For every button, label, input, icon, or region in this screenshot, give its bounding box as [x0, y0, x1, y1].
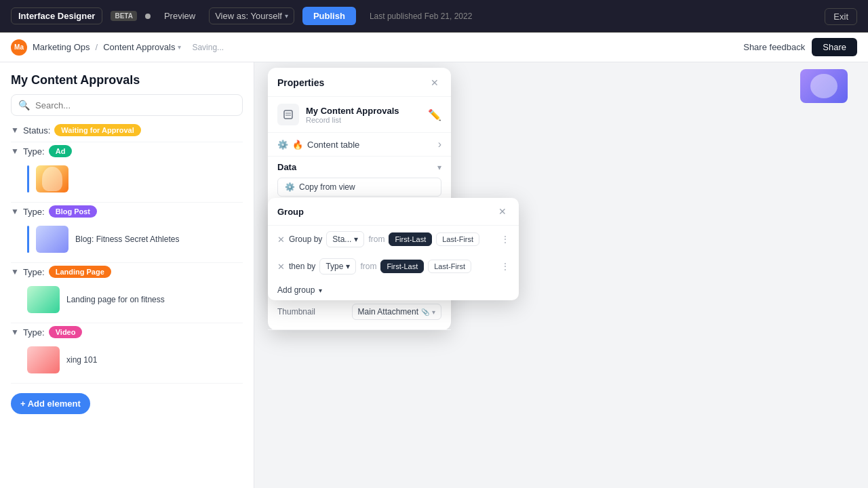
- thumbnail-value-select[interactable]: Main Attachment 📎 ▾: [352, 304, 441, 320]
- sidebar-title: My Content Approvals: [0, 62, 254, 94]
- status-dot: [145, 14, 151, 19]
- filter-section: ▼ Status: Waiting for Approval ▼ Type: A…: [0, 124, 254, 384]
- add-element-button[interactable]: + Add element: [11, 393, 90, 414]
- exit-button[interactable]: Exit: [825, 8, 857, 25]
- group-close-icon[interactable]: ✕: [496, 205, 509, 218]
- share-button[interactable]: Share: [812, 38, 857, 56]
- group-by-label: Group by: [289, 235, 322, 244]
- search-box[interactable]: 🔍: [11, 94, 243, 116]
- type-chevron-icon[interactable]: ▼: [11, 327, 19, 337]
- app-title: Interface Designer: [11, 7, 102, 24]
- from-label-1: from: [368, 235, 384, 244]
- left-accent: [27, 165, 29, 192]
- dots-menu-icon[interactable]: ⋮: [501, 235, 509, 244]
- type-ad-section: ▼ Type: Ad: [11, 145, 243, 203]
- type-badge-ad: Ad: [49, 145, 73, 157]
- list-item[interactable]: xing 101: [27, 342, 243, 378]
- last-first-sort-button-2[interactable]: Last-First: [428, 260, 471, 273]
- search-input[interactable]: [35, 100, 235, 110]
- data-section-header[interactable]: Data ▾: [277, 162, 441, 172]
- breadcrumb-page[interactable]: Content Approvals ▾: [103, 42, 181, 52]
- beta-badge: BETA: [111, 11, 136, 21]
- chevron-down-icon: ▾: [437, 163, 441, 172]
- type-blog-row: ▼ Type: Blog Post: [11, 205, 243, 218]
- panel-title: Properties: [277, 77, 324, 88]
- status-label: Status:: [23, 125, 50, 136]
- main-area: My Content Approvals 🔍 ▼ Status: Waiting…: [0, 62, 868, 488]
- type-video-row: ▼ Type: Video: [11, 326, 243, 338]
- secondbar-actions: Share feedback Share: [743, 38, 857, 56]
- type-landing-row: ▼ Type: Landing Page: [11, 266, 243, 278]
- then-by-label: then by: [289, 262, 315, 271]
- panel-record-info: My Content Approvals Record list ✏️: [268, 97, 451, 133]
- topbar: Interface Designer BETA Preview View as:…: [0, 0, 868, 33]
- field-select-1[interactable]: Sta... ▾: [326, 231, 364, 247]
- group-popup-header: Group ✕: [268, 198, 519, 226]
- saving-indicator: Saving...: [192, 43, 224, 52]
- group-by-row: ✕ Group by Sta... ▾ from First-Last Last…: [268, 226, 519, 253]
- field-select-2[interactable]: Type ▾: [319, 258, 356, 274]
- thumbnail: [27, 346, 60, 373]
- status-chevron-icon[interactable]: ▼: [11, 125, 19, 135]
- sidebar: My Content Approvals 🔍 ▼ Status: Waiting…: [0, 62, 254, 488]
- list-item[interactable]: [27, 161, 243, 197]
- last-first-sort-button[interactable]: Last-First: [436, 232, 479, 246]
- type-label-2: Type:: [23, 207, 45, 217]
- type-label-4: Type:: [23, 327, 45, 338]
- record-type: Record list: [306, 116, 399, 124]
- type-blog-section: ▼ Type: Blog Post Blog: Fitness Secret A…: [11, 205, 243, 263]
- type-chevron-icon[interactable]: ▼: [11, 146, 19, 156]
- gear-icon: ⚙️: [277, 140, 288, 150]
- from-label-2: from: [360, 262, 376, 271]
- edit-icon[interactable]: ✏️: [428, 108, 441, 121]
- panel-header: Properties ✕: [268, 68, 451, 97]
- remove-then-icon[interactable]: ✕: [277, 262, 285, 272]
- status-filter-row: ▼ Status: Waiting for Approval: [11, 124, 243, 142]
- preview-button[interactable]: Preview: [159, 8, 201, 24]
- list-item[interactable]: Landing page for on fitness: [27, 282, 243, 317]
- type-ad-row: ▼ Type: Ad: [11, 145, 243, 157]
- content-table-left: ⚙️ 🔥 Content table: [277, 140, 359, 150]
- then-by-row: ✕ then by Type ▾ from First-Last Last-Fi…: [268, 253, 519, 280]
- breadcrumb-separator: /: [96, 42, 98, 52]
- type-badge-blog: Blog Post: [49, 205, 97, 218]
- remove-group-icon[interactable]: ✕: [277, 235, 285, 245]
- item-name-2: Landing page for on fitness: [66, 295, 165, 304]
- topbar-right: Exit: [825, 10, 857, 22]
- share-feedback-button[interactable]: Share feedback: [743, 42, 805, 52]
- copy-from-view-button[interactable]: ⚙️ Copy from view: [277, 178, 441, 197]
- chevron-down-icon: ▾: [285, 12, 288, 20]
- record-details: My Content Approvals Record list: [306, 106, 399, 124]
- content-top-image: [800, 69, 848, 103]
- thumbnail: [36, 226, 68, 253]
- svg-rect-0: [284, 110, 292, 119]
- type-chevron-icon[interactable]: ▼: [11, 267, 19, 277]
- secondbar: Ma Marketing Ops / Content Approvals ▾ S…: [0, 33, 868, 62]
- type-landing-section: ▼ Type: Landing Page Landing page for on…: [11, 266, 243, 323]
- publish-button[interactable]: Publish: [302, 7, 356, 25]
- close-icon[interactable]: ✕: [428, 76, 441, 89]
- left-accent: [27, 226, 29, 253]
- avatar: Ma: [11, 39, 27, 56]
- fire-icon: 🔥: [292, 140, 303, 150]
- breadcrumb-workspace[interactable]: Marketing Ops: [33, 42, 90, 52]
- thumbnail-row: Thumbnail Main Attachment 📎 ▾: [277, 304, 441, 320]
- type-badge-landing: Landing Page: [49, 266, 111, 278]
- first-last-sort-button[interactable]: First-Last: [389, 232, 432, 246]
- record-name: My Content Approvals: [306, 106, 399, 116]
- add-group-button[interactable]: Add group ▾: [268, 280, 519, 300]
- thumbnail: [27, 286, 60, 313]
- chevron-down-icon: ▾: [346, 262, 350, 271]
- type-badge-video: Video: [49, 326, 83, 338]
- first-last-sort-button-2[interactable]: First-Last: [380, 260, 424, 273]
- copy-icon: ⚙️: [285, 182, 295, 192]
- chevron-right-icon: ›: [438, 138, 441, 150]
- dots-menu-icon-2[interactable]: ⋮: [501, 262, 509, 271]
- item-name-3: xing 101: [66, 355, 97, 365]
- content-table-row[interactable]: ⚙️ 🔥 Content table ›: [268, 133, 451, 157]
- type-chevron-icon[interactable]: ▼: [11, 207, 19, 216]
- list-item[interactable]: Blog: Fitness Secret Athletes: [27, 222, 243, 257]
- thumbnail-label: Thumbnail: [277, 307, 315, 317]
- view-as-button[interactable]: View as: Yourself ▾: [209, 7, 294, 24]
- attachment-icon: 📎: [421, 308, 429, 316]
